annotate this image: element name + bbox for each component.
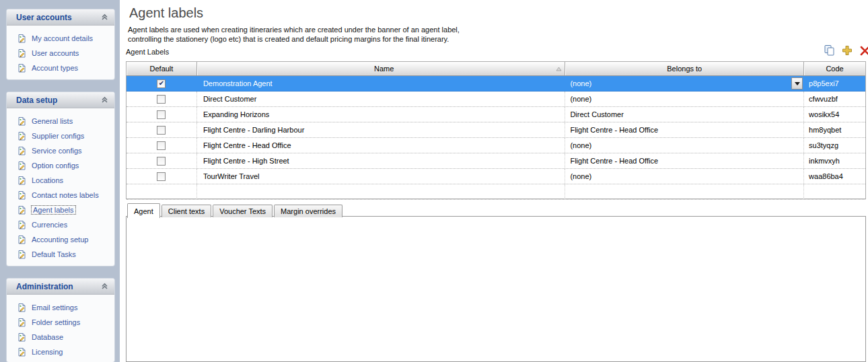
code-cell: waa86ba4	[804, 169, 865, 184]
sidebar-item-label: Default Tasks	[32, 250, 76, 258]
sidebar-section-administration: Administration Email settings Folder set…	[7, 279, 114, 362]
agent-label-row[interactable]: Expanding Horizons Direct Customer wosik…	[126, 107, 865, 122]
code-cell: hm8yqbet	[804, 122, 865, 137]
sidebar-item[interactable]: Agent labels	[7, 203, 114, 217]
document-icon	[17, 116, 27, 126]
belongs-to-value: Flight Centre - Head Office	[570, 157, 658, 165]
page-title: Agent labels	[129, 5, 203, 21]
section-header-administration[interactable]: Administration	[7, 279, 114, 295]
tab[interactable]: Margin overrides	[274, 205, 342, 217]
sidebar-item[interactable]: Option configs	[7, 158, 114, 173]
sidebar-item[interactable]: Database	[7, 330, 114, 345]
agent-label-row[interactable]: Flight Centre - High Street Flight Centr…	[126, 153, 865, 169]
document-icon	[17, 161, 27, 171]
default-checkbox[interactable]	[157, 126, 166, 135]
default-checkbox[interactable]	[157, 157, 166, 166]
default-checkbox[interactable]	[157, 172, 166, 181]
sidebar-item[interactable]: User accounts	[7, 46, 114, 61]
page-description: Agent labels are used when creating itin…	[128, 25, 460, 44]
delete-icon[interactable]	[859, 44, 868, 57]
sidebar-section-user-accounts: User accounts My account details User ac…	[7, 9, 114, 79]
column-header-name[interactable]: Name	[197, 62, 566, 75]
document-icon	[17, 190, 27, 201]
document-icon	[17, 146, 27, 156]
sidebar-item[interactable]: General lists	[7, 114, 114, 129]
sidebar-item[interactable]: Folder settings	[7, 315, 114, 330]
sidebar-item-label: Email settings	[32, 303, 77, 312]
section-header-user-accounts[interactable]: User accounts	[7, 9, 114, 26]
name-cell: TourWriter Travel	[197, 169, 566, 184]
section-title: Administration	[16, 282, 73, 291]
column-header-default[interactable]: Default	[126, 62, 197, 75]
default-cell	[126, 122, 197, 137]
sidebar-item[interactable]: Default Tasks	[7, 247, 114, 262]
name-cell: Demonstration Agent	[197, 76, 566, 91]
document-icon	[17, 220, 27, 230]
add-icon[interactable]	[841, 44, 853, 57]
sidebar-item[interactable]: Email settings	[7, 300, 114, 315]
belongs-to-cell: Flight Centre - Head Office	[565, 122, 804, 137]
agent-label-row[interactable]: Direct Customer (none) cfwvuzbf	[126, 92, 865, 107]
belongs-to-value: (none)	[570, 79, 591, 87]
tab-strip: Agent Client texts Voucher Texts Margin …	[127, 203, 342, 218]
sidebar-item-label: Accounting setup	[32, 236, 88, 244]
agent-label-row[interactable]: TourWriter Travel (none) waa86ba4	[126, 169, 865, 184]
collapse-chevron-icon[interactable]	[101, 13, 108, 21]
belongs-to-dropdown-button[interactable]	[791, 77, 803, 89]
code-cell: p8p5exi7	[804, 76, 865, 91]
sidebar-item[interactable]: Licensing	[7, 345, 114, 359]
section-header-data-setup[interactable]: Data setup	[7, 92, 114, 108]
belongs-to-value: (none)	[570, 141, 591, 149]
document-icon	[17, 347, 27, 357]
document-icon	[17, 205, 27, 215]
sidebar-item[interactable]: Service configs	[7, 143, 114, 158]
sidebar-item-label: Supplier configs	[32, 132, 84, 140]
agent-label-row[interactable]: Flight Centre - Head Office (none) su3ty…	[126, 138, 865, 153]
default-checkbox[interactable]	[157, 95, 166, 104]
sidebar-section-data-setup: Data setup General lists Supplier config…	[7, 92, 114, 266]
sidebar-item[interactable]: Contact notes labels	[7, 188, 114, 203]
code-cell: su3tyqzg	[804, 138, 865, 153]
belongs-to-cell: Direct Customer	[565, 107, 804, 122]
sidebar-item[interactable]: Account types	[7, 61, 114, 75]
sidebar-item-label: Licensing	[32, 348, 63, 356]
column-header-code[interactable]: Code	[804, 62, 865, 75]
document-icon	[17, 63, 27, 73]
belongs-to-cell: Flight Centre - Head Office	[565, 153, 804, 168]
tab[interactable]: Voucher Texts	[213, 205, 273, 217]
default-cell	[126, 76, 197, 91]
copy-icon[interactable]	[824, 44, 836, 57]
agent-label-row[interactable]: Demonstration Agent (none) p8p5exi7	[126, 76, 865, 92]
sidebar-item[interactable]: My account details	[7, 31, 114, 46]
agent-labels-toolbar	[824, 44, 868, 57]
empty-row	[126, 184, 865, 200]
agent-label-row[interactable]: Flight Centre - Darling Harbour Flight C…	[126, 122, 865, 138]
default-checkbox[interactable]	[157, 79, 166, 88]
sidebar-item-label: Account types	[32, 64, 78, 72]
sidebar-item[interactable]: Supplier configs	[7, 129, 114, 143]
name-cell: Flight Centre - Darling Harbour	[197, 122, 566, 137]
belongs-to-cell: (none)	[565, 92, 804, 106]
sidebar-item-label: Agent labels	[32, 206, 75, 214]
code-cell: cfwvuzbf	[804, 92, 865, 106]
document-icon	[17, 34, 27, 44]
collapse-chevron-icon[interactable]	[101, 283, 108, 290]
sidebar-item-label: User accounts	[32, 49, 79, 57]
sort-ascending-icon	[556, 67, 562, 71]
sidebar-item[interactable]: Locations	[7, 173, 114, 188]
sidebar-item[interactable]: Accounting setup	[7, 232, 114, 247]
name-cell: Direct Customer	[197, 92, 566, 106]
document-icon	[17, 176, 27, 186]
table-header-row: Default Name Belongs to Code	[126, 62, 865, 76]
collapse-chevron-icon[interactable]	[101, 96, 108, 104]
column-header-belongs-to[interactable]: Belongs to	[565, 62, 804, 75]
name-cell: Flight Centre - Head Office	[197, 138, 566, 153]
sidebar-item[interactable]: Currencies	[7, 217, 114, 232]
tab[interactable]: Agent	[127, 203, 160, 218]
default-cell	[126, 153, 197, 168]
default-checkbox[interactable]	[157, 141, 166, 150]
section-title: User accounts	[16, 13, 72, 22]
tab[interactable]: Client texts	[161, 205, 211, 217]
code-cell: inkmvxyh	[804, 153, 865, 168]
default-checkbox[interactable]	[157, 110, 166, 119]
